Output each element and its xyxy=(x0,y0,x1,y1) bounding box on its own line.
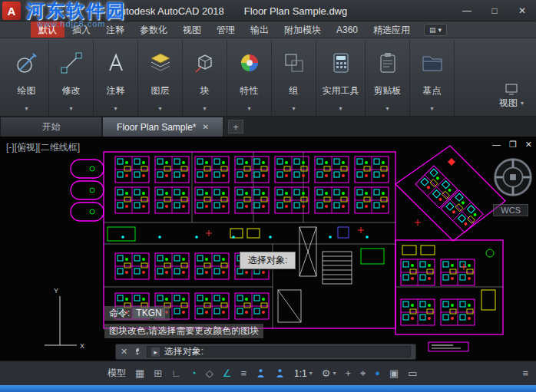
layers-icon xyxy=(147,43,174,83)
model-space-canvas[interactable]: X Y [-][俯视][二维线框] — ❐ ✕ WCS 选择对象: 命令:TKG… xyxy=(0,137,536,361)
annotation-autoscale-icon[interactable] xyxy=(275,368,285,378)
chevron-down-icon[interactable]: ▾ xyxy=(158,105,161,116)
viewport-controls[interactable]: [-][俯视][二维线框] xyxy=(6,141,80,154)
isodraft-icon[interactable]: ◇ xyxy=(206,368,213,378)
tab-output[interactable]: 输出 xyxy=(243,21,276,38)
ribbon-panel-utilities[interactable]: 实用工具 ▾ xyxy=(316,40,366,116)
chevron-down-icon[interactable]: ▾ xyxy=(203,105,206,116)
tab-insert[interactable]: 插入 xyxy=(65,21,98,38)
polar-tracking-icon[interactable]: ◔ xyxy=(190,368,197,378)
chevron-down-icon[interactable]: ▾ xyxy=(292,105,295,116)
document-title: Floor Plan Sample.dwg xyxy=(244,5,347,17)
ribbon-panel-clipboard[interactable]: 剪贴板 ▾ xyxy=(366,40,410,116)
chevron-down-icon[interactable]: ▾ xyxy=(114,105,117,116)
tab-parametric[interactable]: 参数化 xyxy=(132,21,175,38)
ribbon-panel-modify[interactable]: 修改 ▾ xyxy=(49,40,94,116)
command-history-message: 图块改色,请选择需要更改颜色的图块 xyxy=(104,324,263,338)
viewport-minimize-icon[interactable]: — xyxy=(492,140,501,150)
command-input[interactable]: ▸ 选择对象: xyxy=(147,346,411,357)
tab-manage[interactable]: 管理 xyxy=(209,21,243,38)
command-history-line: 命令:TKGN xyxy=(104,306,170,321)
customize-wrench-icon[interactable] xyxy=(132,347,142,357)
ribbon-panel-properties[interactable]: 特性 ▾ xyxy=(227,40,272,116)
ortho-icon[interactable]: ∟ xyxy=(171,368,181,378)
selection-tooltip: 选择对象: xyxy=(240,252,296,269)
file-tab-floor-plan[interactable]: Floor Plan Sample* ✕ xyxy=(102,117,223,137)
tracking-icon[interactable]: ⌖ xyxy=(360,368,366,378)
autocad-logo-icon[interactable]: A xyxy=(2,2,21,20)
app-title: Autodesk AutoCAD 2018 xyxy=(114,5,224,17)
monitor-icon xyxy=(504,81,519,97)
status-bar: 模型 ▦ ⊞ ∟ ◔ ◇ ∠ ≡ 1:1 ▾ ⚙ ▾ + ⌖ ● ▣ ▭ ≡ xyxy=(0,361,536,385)
maximize-icon[interactable]: □ xyxy=(481,0,508,21)
annotation-visibility-icon[interactable] xyxy=(256,368,266,378)
modify-icon xyxy=(58,43,85,83)
snap-icon[interactable]: ⊞ xyxy=(154,368,162,378)
draw-icon xyxy=(13,43,41,83)
command-prompt-icon[interactable]: ▸ xyxy=(151,348,160,357)
tab-home[interactable]: 默认 xyxy=(31,21,65,38)
chevron-down-icon: ▾ xyxy=(309,370,313,377)
ribbon: 绘图 ▾ 修改 ▾ 注释 ▾ 图层 xyxy=(0,38,536,117)
tab-a360[interactable]: A360 xyxy=(329,21,366,38)
title-bar: A Autodesk AutoCAD 2018 Floor Plan Sampl… xyxy=(0,0,536,21)
navigation-compass-icon[interactable] xyxy=(491,155,535,199)
clean-screen-icon[interactable]: ▭ xyxy=(408,368,417,378)
chevron-down-icon[interactable]: ▾ xyxy=(521,100,524,107)
file-tab-bar: 开始 Floor Plan Sample* ✕ + xyxy=(0,117,536,137)
ribbon-panel-draw[interactable]: 绘图 ▾ xyxy=(5,40,49,116)
ribbon-collapse-button[interactable]: ▤ ▾ xyxy=(424,24,447,36)
grid-icon[interactable]: ▦ xyxy=(135,368,144,378)
tab-addins[interactable]: 附加模块 xyxy=(276,21,329,38)
ucs-x-label: X xyxy=(80,342,84,350)
chevron-down-icon: ▾ xyxy=(438,26,442,34)
group-icon xyxy=(280,43,308,83)
hardware-acceleration-icon[interactable]: ● xyxy=(375,369,380,377)
tab-featured-apps[interactable]: 精选应用 xyxy=(366,21,418,38)
command-line-palette[interactable]: ✕ ▸ 选择对象: xyxy=(115,344,416,360)
tab-view[interactable]: 视图 xyxy=(175,21,209,38)
plan-legend xyxy=(428,342,468,351)
isolate-objects-icon[interactable]: ▣ xyxy=(389,368,399,378)
tab-annotate[interactable]: 注释 xyxy=(98,21,132,38)
chevron-down-icon[interactable]: ▾ xyxy=(69,105,72,116)
new-tab-button[interactable]: + xyxy=(228,120,243,133)
annotation-monitor-icon[interactable]: + xyxy=(345,368,351,378)
ribbon-tab-bar: 默认 插入 注释 参数化 视图 管理 输出 附加模块 A360 精选应用 ▤ ▾ xyxy=(0,21,536,38)
ribbon-panel-annotate[interactable]: 注释 ▾ xyxy=(94,40,138,116)
ribbon-panel-view[interactable]: 视图 ▾ xyxy=(499,40,524,116)
panel-label: 剪贴板 xyxy=(374,84,402,97)
annotation-scale-button[interactable]: 1:1 ▾ xyxy=(294,368,313,379)
object-snap-tracking-icon[interactable]: ∠ xyxy=(223,368,232,378)
chevron-down-icon[interactable]: ▾ xyxy=(430,105,433,116)
viewport-window-controls: — ❐ ✕ xyxy=(492,140,532,150)
panel-label: 图层 xyxy=(151,84,170,97)
panel-label: 特性 xyxy=(240,84,259,97)
minimize-icon[interactable]: — xyxy=(453,0,481,21)
customization-menu-icon[interactable]: ≡ xyxy=(522,368,528,378)
gear-icon: ⚙ xyxy=(322,368,331,378)
chevron-down-icon[interactable]: ▾ xyxy=(25,105,28,116)
close-icon[interactable]: ✕ xyxy=(508,0,536,21)
chevron-down-icon[interactable]: ▾ xyxy=(247,105,250,116)
ribbon-panel-block[interactable]: 块 ▾ xyxy=(183,40,227,116)
file-tab-start[interactable]: 开始 xyxy=(0,117,102,137)
annotate-icon xyxy=(102,43,130,83)
chevron-down-icon[interactable]: ▾ xyxy=(339,105,342,116)
ribbon-panel-groups[interactable]: 组 ▾ xyxy=(272,40,316,116)
command-close-icon[interactable]: ✕ xyxy=(121,347,127,357)
viewport-close-icon[interactable]: ✕ xyxy=(525,140,532,150)
history-command: TKGN xyxy=(133,308,164,318)
chevron-down-icon[interactable]: ▾ xyxy=(385,105,389,116)
ribbon-panel-basepoint[interactable]: 基点 ▾ xyxy=(410,40,455,116)
panel-label: 基点 xyxy=(423,84,442,97)
workspace-switching-button[interactable]: ⚙ ▾ xyxy=(322,368,336,378)
folder-icon xyxy=(419,43,446,83)
lineweight-icon[interactable]: ≡ xyxy=(240,368,246,378)
ribbon-panel-layers[interactable]: 图层 ▾ xyxy=(138,40,183,116)
model-space-button[interactable]: 模型 xyxy=(108,367,126,380)
wcs-label[interactable]: WCS xyxy=(493,204,528,216)
viewport-restore-icon[interactable]: ❐ xyxy=(509,140,517,150)
tab-close-icon[interactable]: ✕ xyxy=(203,123,209,131)
scale-value: 1:1 xyxy=(294,368,307,379)
